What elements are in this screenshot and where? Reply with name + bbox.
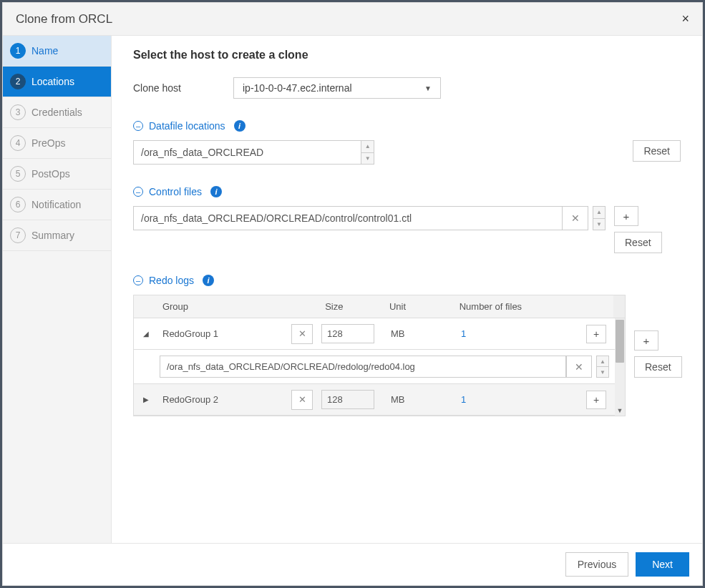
control-add-button[interactable]: + — [614, 206, 638, 226]
datafile-section-header[interactable]: – Datafile locations i — [133, 120, 681, 132]
control-input-group: ✕ ▲ ▼ — [133, 206, 606, 230]
sidebar-item-preops[interactable]: 4 PreOps — [3, 128, 111, 159]
clone-dialog: Clone from ORCL × 1 Name 2 Locations 3 C… — [2, 2, 703, 586]
spinner-down-icon[interactable]: ▼ — [593, 219, 605, 230]
clone-host-label: Clone host — [133, 82, 190, 94]
spinner-up-icon[interactable]: ▲ — [597, 356, 608, 367]
info-icon[interactable]: i — [210, 186, 222, 197]
redo-size-input[interactable] — [321, 390, 374, 409]
spinner-up-icon[interactable]: ▲ — [361, 141, 374, 153]
sidebar-item-label: PostOps — [31, 168, 70, 180]
control-section-header[interactable]: – Control files i — [133, 186, 681, 197]
redo-unit: MB — [386, 325, 456, 343]
sidebar-item-summary[interactable]: 7 Summary — [3, 220, 111, 251]
scroll-down-icon[interactable]: ▼ — [615, 406, 625, 416]
redo-numfiles[interactable]: 1 — [456, 391, 583, 408]
clone-host-row: Clone host ip-10-0-0-47.ec2.internal ▼ — [133, 77, 681, 99]
wizard-sidebar: 1 Name 2 Locations 3 Credentials 4 PreOp… — [3, 36, 112, 543]
sidebar-item-locations[interactable]: 2 Locations — [3, 67, 111, 97]
datafile-section-body: ▲ ▼ Reset — [133, 140, 681, 165]
datafile-spinner: ▲ ▼ — [361, 140, 374, 165]
control-section-body: ✕ ▲ ▼ + Reset — [133, 206, 681, 253]
scroll-thumb[interactable] — [616, 320, 624, 363]
sidebar-item-label: Locations — [31, 76, 74, 87]
redo-unit: MB — [386, 391, 456, 408]
redo-row: ▶ RedoGroup 2 ✕ MB 1 + — [134, 384, 615, 416]
clone-host-select[interactable]: ip-10-0-0-47.ec2.internal ▼ — [233, 77, 441, 99]
sidebar-item-label: Summary — [31, 230, 74, 241]
spinner-down-icon[interactable]: ▼ — [597, 367, 608, 377]
page-title: Select the host to create a clone — [133, 49, 681, 62]
col-group: Group — [158, 295, 286, 318]
datafile-reset-button[interactable]: Reset — [633, 140, 681, 162]
redo-reset-button[interactable]: Reset — [634, 356, 682, 378]
redo-remove-button[interactable]: ✕ — [291, 390, 313, 410]
redo-add-file-button[interactable]: + — [586, 325, 606, 343]
sidebar-item-label: Credentials — [31, 107, 82, 118]
redo-path-row: ✕ ▲ ▼ — [134, 350, 615, 384]
redo-side-buttons: + Reset — [634, 330, 673, 378]
redo-size-input[interactable] — [321, 324, 374, 343]
step-badge: 4 — [10, 135, 26, 151]
clone-host-value: ip-10-0-0-47.ec2.internal — [243, 82, 352, 94]
redo-path-spinner: ▲ ▼ — [596, 356, 609, 378]
spinner-down-icon[interactable]: ▼ — [361, 153, 374, 165]
redo-table-header: Group Size Unit Number of files — [134, 295, 625, 318]
collapse-icon: – — [133, 187, 143, 197]
sidebar-item-notification[interactable]: 6 Notification — [3, 190, 111, 220]
redo-scrollbar[interactable]: ▼ — [615, 318, 625, 416]
dialog-footer: Previous Next — [3, 543, 702, 585]
redo-group-name: RedoGroup 2 — [158, 390, 287, 409]
sidebar-item-credentials[interactable]: 3 Credentials — [3, 97, 111, 128]
next-button[interactable]: Next — [636, 552, 689, 577]
dialog-body: 1 Name 2 Locations 3 Credentials 4 PreOp… — [3, 36, 702, 543]
sidebar-item-label: Notification — [31, 199, 81, 210]
step-badge: 5 — [10, 166, 26, 182]
collapse-icon: – — [133, 121, 143, 131]
previous-button[interactable]: Previous — [565, 552, 628, 577]
redo-section-body: Group Size Unit Number of files ◢ RedoGr… — [133, 295, 681, 416]
redo-remove-button[interactable]: ✕ — [291, 324, 313, 344]
step-badge: 2 — [10, 74, 26, 89]
info-icon[interactable]: i — [234, 120, 245, 132]
redo-add-file-button[interactable]: + — [586, 391, 606, 409]
control-reset-button[interactable]: Reset — [614, 232, 662, 253]
step-badge: 1 — [10, 43, 26, 59]
col-numfiles: Number of files — [455, 295, 582, 318]
datafile-input-group: ▲ ▼ — [133, 140, 374, 165]
col-size: Size — [321, 295, 385, 318]
sidebar-item-label: Name — [31, 45, 58, 57]
datafile-path-input[interactable] — [133, 140, 361, 165]
collapse-icon: – — [133, 275, 143, 285]
main-content: Select the host to create a clone Clone … — [112, 36, 702, 543]
sidebar-item-postops[interactable]: 5 PostOps — [3, 159, 111, 190]
redo-row: ◢ RedoGroup 1 ✕ MB 1 + — [134, 318, 615, 350]
control-title: Control files — [149, 186, 202, 197]
sidebar-item-name[interactable]: 1 Name — [3, 36, 111, 67]
collapse-row-icon[interactable]: ◢ — [134, 330, 158, 338]
close-icon[interactable]: × — [681, 11, 689, 26]
control-path-input[interactable] — [133, 206, 563, 230]
expand-row-icon[interactable]: ▶ — [134, 396, 158, 403]
col-unit: Unit — [385, 295, 455, 318]
chevron-down-icon: ▼ — [424, 84, 432, 92]
datafile-title: Datafile locations — [149, 120, 225, 132]
step-badge: 6 — [10, 197, 26, 212]
control-remove-button[interactable]: ✕ — [563, 206, 588, 230]
step-badge: 7 — [10, 227, 26, 243]
redo-numfiles[interactable]: 1 — [456, 325, 583, 343]
control-side-buttons: + Reset — [614, 206, 653, 253]
dialog-header: Clone from ORCL × — [3, 3, 702, 36]
spinner-up-icon[interactable]: ▲ — [593, 207, 605, 219]
redo-path-remove-button[interactable]: ✕ — [566, 356, 592, 378]
redo-path-input[interactable] — [160, 356, 566, 378]
dialog-title: Clone from ORCL — [16, 12, 112, 26]
control-spinner: ▲ ▼ — [593, 206, 606, 230]
redo-table: Group Size Unit Number of files ◢ RedoGr… — [133, 295, 626, 416]
redo-add-button[interactable]: + — [634, 330, 658, 351]
sidebar-item-label: PreOps — [31, 137, 65, 149]
redo-section-header[interactable]: – Redo logs i — [133, 275, 681, 286]
step-badge: 3 — [10, 104, 26, 120]
redo-group-name: RedoGroup 1 — [158, 324, 287, 343]
info-icon[interactable]: i — [203, 275, 214, 286]
